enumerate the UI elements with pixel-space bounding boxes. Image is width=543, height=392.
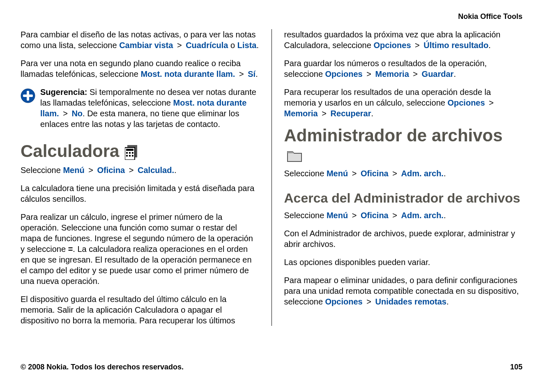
link-cambiar-vista[interactable]: Cambiar vista [119, 41, 173, 50]
folder-icon [287, 145, 302, 164]
para-calc-select: Seleccione Menú > Oficina > Calculad.. [21, 165, 259, 175]
para-save-memory: Para guardar los números o resultados de… [284, 58, 523, 79]
link-oficina[interactable]: Oficina [361, 169, 389, 178]
svg-rect-8 [132, 152, 133, 154]
link-memoria[interactable]: Memoria [284, 109, 318, 118]
link-most-nota-llam[interactable]: Most. nota durante llam. [140, 69, 235, 78]
equals-key: = [68, 244, 73, 254]
link-cuadricula[interactable]: Cuadrícula [186, 41, 228, 50]
heading-text: Administrador de archivos [284, 126, 503, 145]
separator: > [63, 109, 68, 118]
link-no[interactable]: No [71, 109, 83, 118]
text: Seleccione [284, 211, 327, 220]
link-memoria[interactable]: Memoria [375, 69, 409, 78]
tip-icon [21, 88, 35, 103]
para-about-select: Seleccione Menú > Oficina > Adm. arch.. [284, 210, 523, 221]
separator: > [88, 166, 93, 175]
link-opciones[interactable]: Opciones [447, 98, 485, 107]
para-last-result: resultados guardados la próxima vez que … [284, 29, 523, 51]
link-unidades-remotas[interactable]: Unidades remotas [375, 297, 446, 306]
text: . [371, 109, 374, 118]
copyright: © 2008 Nokia. Todos los derechos reserva… [21, 363, 184, 371]
separator: > [239, 69, 244, 78]
right-column: resultados guardados la próxima vez que … [272, 29, 523, 326]
svg-rect-10 [129, 155, 131, 157]
para-show-note-call: Para ver una nota en segundo plano cuand… [21, 58, 259, 79]
text: . [255, 69, 258, 78]
para-recover-memory: Para recuperar los resultados de una ope… [284, 87, 523, 119]
link-oficina[interactable]: Oficina [361, 211, 389, 220]
link-menu[interactable]: Menú [63, 166, 84, 175]
separator: > [392, 211, 397, 220]
separator: > [489, 98, 494, 107]
calculator-icon [125, 142, 137, 161]
separator: > [392, 169, 397, 178]
separator: > [322, 109, 327, 118]
para-calc-howto: Para realizar un cálculo, ingrese el pri… [21, 212, 259, 286]
link-opciones[interactable]: Opciones [325, 297, 363, 306]
link-adm-arch[interactable]: Adm. arch. [401, 211, 444, 220]
text: . [488, 41, 491, 50]
tip-text: Sugerencia: Si temporalmente no desea ve… [40, 87, 259, 129]
left-column: Para cambiar el diseño de las notas acti… [21, 29, 272, 326]
para-calc-memory: El dispositivo guarda el resultado del ú… [21, 294, 259, 326]
para-change-view: Para cambiar el diseño de las notas acti… [21, 29, 259, 51]
text: . [453, 69, 456, 78]
para-fm-select: Seleccione Menú > Oficina > Adm. arch.. [284, 168, 523, 179]
link-lista[interactable]: Lista [237, 41, 257, 50]
text: Seleccione [284, 169, 327, 178]
text: Seleccione [21, 166, 63, 175]
link-menu[interactable]: Menú [327, 211, 348, 220]
link-ultimo-resultado[interactable]: Último resultado [423, 41, 488, 50]
link-si[interactable]: Sí [248, 69, 255, 78]
heading-text: Calculadora [21, 142, 119, 161]
link-calculad[interactable]: Calculad. [138, 166, 174, 175]
link-opciones[interactable]: Opciones [373, 41, 411, 50]
link-opciones[interactable]: Opciones [325, 69, 363, 78]
svg-rect-7 [129, 152, 131, 154]
svg-rect-9 [126, 155, 128, 157]
text: . [174, 166, 177, 175]
heading-file-manager: Administrador de archivos [284, 126, 523, 164]
separator: > [415, 41, 420, 50]
text: . [256, 41, 259, 50]
separator: > [366, 69, 371, 78]
separator: > [352, 169, 357, 178]
heading-about-file-manager: Acerca del Administrador de archivos [284, 191, 523, 205]
para-about-options: Las opciones disponibles pueden variar. [284, 257, 523, 267]
text: . [444, 169, 446, 178]
svg-rect-2 [23, 95, 33, 97]
separator: > [366, 297, 371, 306]
tip-block: Sugerencia: Si temporalmente no desea ve… [21, 87, 259, 129]
para-about-desc: Con el Administrador de archivos, puede … [284, 228, 523, 249]
para-calc-precision: La calculadora tiene una precisión limit… [21, 183, 259, 204]
svg-rect-6 [126, 152, 128, 154]
footer: © 2008 Nokia. Todos los derechos reserva… [21, 363, 522, 371]
link-guardar[interactable]: Guardar [422, 69, 454, 78]
separator: > [352, 211, 357, 220]
link-menu[interactable]: Menú [327, 169, 348, 178]
link-recuperar[interactable]: Recuperar [331, 109, 371, 118]
separator: > [413, 69, 418, 78]
svg-rect-5 [126, 149, 133, 151]
text: . [446, 297, 449, 306]
text: o [230, 41, 237, 50]
para-remote-drives: Para mapear o eliminar unidades, o para … [284, 275, 523, 307]
svg-rect-11 [132, 155, 133, 157]
link-adm-arch[interactable]: Adm. arch. [401, 169, 444, 178]
text: . [444, 211, 446, 220]
page-number: 105 [510, 363, 522, 371]
separator: > [177, 41, 182, 50]
header-title: Nokia Office Tools [21, 12, 522, 21]
tip-label: Sugerencia: [40, 88, 90, 97]
heading-calculadora: Calculadora [21, 142, 259, 161]
link-oficina[interactable]: Oficina [97, 166, 125, 175]
separator: > [129, 166, 134, 175]
text: . De esta manera, no tiene que eliminar … [40, 109, 239, 129]
